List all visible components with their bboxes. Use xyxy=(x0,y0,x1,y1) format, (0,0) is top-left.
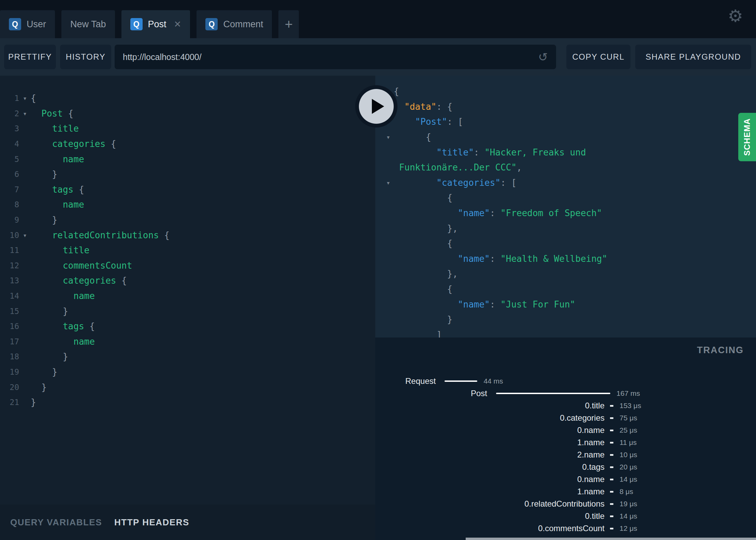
code-token: commentsCount xyxy=(63,260,132,271)
play-button-disc xyxy=(359,89,394,124)
endpoint-url-input[interactable]: http://localhost:4000/ xyxy=(123,52,538,62)
code-token: { xyxy=(394,284,452,294)
trace-duration-tick xyxy=(610,405,613,407)
code-token: { xyxy=(31,93,36,103)
code-token xyxy=(31,123,52,134)
editor-line: 21} xyxy=(0,395,375,410)
code-token xyxy=(394,117,415,127)
response-line: ] xyxy=(375,327,756,338)
tab-user[interactable]: QUser xyxy=(0,10,55,38)
editor-line: 16 tags { xyxy=(0,319,375,334)
trace-row: 1.name11 μs xyxy=(375,436,756,449)
editor-line: 5 name xyxy=(0,151,375,167)
code-token: name xyxy=(63,199,84,210)
editor-line: 7 tags { xyxy=(0,182,375,197)
tracing-horizontal-scrollbar[interactable] xyxy=(466,538,756,540)
code-token: "name" xyxy=(458,208,490,218)
trace-label: 1.name xyxy=(375,487,605,496)
code-token: { xyxy=(394,193,452,203)
editor-line: 8 name xyxy=(0,197,375,212)
query-badge: Q xyxy=(130,18,143,30)
response-line: "title": "Hacker, Freaks und xyxy=(375,145,756,160)
share-playground-button[interactable]: SHARE PLAYGROUND xyxy=(635,45,751,69)
endpoint-url-box[interactable]: http://localhost:4000/ ↺ xyxy=(115,45,556,69)
trace-duration-tick xyxy=(610,515,613,517)
tab-comment[interactable]: QComment xyxy=(197,10,272,38)
code-token: } xyxy=(31,169,57,179)
fold-arrow-icon[interactable]: ▾ xyxy=(383,179,394,187)
fold-arrow-icon[interactable]: ▾ xyxy=(19,109,31,118)
code-token: tags xyxy=(52,184,79,195)
code-token: }, xyxy=(394,269,458,279)
line-number: 3 xyxy=(0,124,19,133)
tab-post[interactable]: QPost✕ xyxy=(121,10,190,38)
code-token xyxy=(31,336,73,347)
execute-query-button[interactable] xyxy=(355,85,397,127)
code-token xyxy=(31,184,52,195)
history-button[interactable]: HISTORY xyxy=(60,45,111,69)
trace-duration-value: 11 μs xyxy=(620,438,637,447)
response-line: "name": "Health & Wellbeing" xyxy=(375,251,756,267)
fold-arrow-icon[interactable]: ▾ xyxy=(19,231,31,239)
http-headers-tab[interactable]: HTTP HEADERS xyxy=(114,517,189,528)
trace-duration-value: 10 μs xyxy=(620,451,637,459)
query-editor[interactable]: 1▾{2▾ Post {3 title4 categories {5 name6… xyxy=(0,76,375,505)
code-token: } xyxy=(31,397,36,407)
tracing-rows: Request44 msPost167 ms0.title153 μs0.cat… xyxy=(375,375,756,540)
code-token: } xyxy=(31,367,57,377)
settings-gear-icon[interactable]: ⚙ xyxy=(728,6,743,26)
prettify-button[interactable]: PRETTIFY xyxy=(4,45,56,69)
tab-new-tab[interactable]: New Tab xyxy=(61,10,115,38)
editor-line: 4 categories { xyxy=(0,136,375,152)
editor-line: 3 title xyxy=(0,121,375,136)
code-token: { xyxy=(164,230,170,240)
tab-label: New Tab xyxy=(70,19,106,30)
trace-label: Post xyxy=(471,389,487,398)
close-tab-icon[interactable]: ✕ xyxy=(174,19,181,30)
code-token xyxy=(394,299,458,310)
response-line: } xyxy=(375,312,756,327)
trace-row: 1.name8 μs xyxy=(375,485,756,498)
line-number: 1 xyxy=(0,94,19,103)
tracing-panel: TRACING Request44 msPost167 ms0.title153… xyxy=(375,338,756,540)
trace-row: 0.title14 μs xyxy=(375,510,756,522)
query-variables-tab[interactable]: QUERY VARIABLES xyxy=(10,517,102,528)
copy-curl-button[interactable]: COPY CURL xyxy=(566,45,630,69)
code-token: { xyxy=(121,275,127,286)
code-token xyxy=(31,291,73,301)
line-number: 8 xyxy=(0,200,19,209)
trace-label: 0.name xyxy=(375,425,605,435)
new-tab-button[interactable]: + xyxy=(278,10,299,38)
code-token xyxy=(394,208,458,218)
code-token xyxy=(31,199,63,210)
line-number: 20 xyxy=(0,383,19,392)
response-viewer: ▾{▾ "data": {▾ "Post": [▾ { "title": "Ha… xyxy=(375,76,756,338)
schema-side-tab[interactable]: SCHEMA xyxy=(738,113,756,161)
code-token: { xyxy=(79,184,84,195)
code-token xyxy=(31,321,63,331)
line-number: 7 xyxy=(0,185,19,194)
response-line: ▾ { xyxy=(375,130,756,145)
reload-schema-icon[interactable]: ↺ xyxy=(538,50,548,64)
trace-duration-value: 75 μs xyxy=(620,414,637,422)
line-number: 6 xyxy=(0,170,19,179)
trace-duration-value: 153 μs xyxy=(620,402,641,410)
trace-duration-value: 8 μs xyxy=(620,487,633,496)
line-number: 19 xyxy=(0,368,19,376)
trace-row: 0.relatedContributions19 μs xyxy=(375,498,756,510)
code-token: { xyxy=(89,321,95,331)
code-token xyxy=(394,162,399,172)
trace-label: 0.title xyxy=(375,511,605,521)
code-token: ] xyxy=(394,330,442,338)
code-token: } xyxy=(31,215,57,225)
code-token xyxy=(31,108,41,119)
response-line: ▾ "data": { xyxy=(375,99,756,115)
response-line: "name": "Freedom of Speech" xyxy=(375,206,756,221)
trace-row: 0.commentsCount12 μs xyxy=(375,522,756,535)
trace-label: Request xyxy=(405,376,436,386)
line-number: 12 xyxy=(0,261,19,270)
trace-label: 0.commentsCount xyxy=(375,524,605,533)
fold-arrow-icon[interactable]: ▾ xyxy=(383,133,394,141)
fold-arrow-icon[interactable]: ▾ xyxy=(19,94,31,102)
code-token: "Health & Wellbeing" xyxy=(500,254,607,264)
